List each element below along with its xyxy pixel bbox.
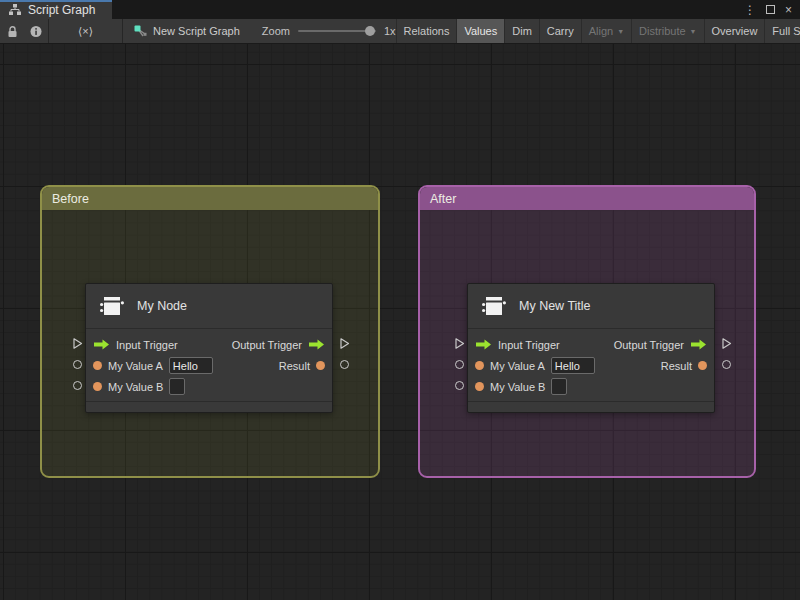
window-controls: ⋮ × <box>744 0 800 19</box>
close-icon[interactable]: × <box>785 4 792 16</box>
value-port-icon[interactable] <box>316 361 325 370</box>
port-label: My Value B <box>490 381 545 393</box>
ext-result-port[interactable] <box>722 360 731 369</box>
trigger-out-port-icon[interactable] <box>690 339 707 350</box>
zoom-slider-handle[interactable] <box>365 26 375 36</box>
port-label: Result <box>661 360 692 372</box>
code-view-button[interactable]: ⟨×⟩ <box>49 19 122 44</box>
value-port-icon[interactable] <box>93 382 102 391</box>
align-button[interactable]: Align ▼ <box>581 19 631 44</box>
node-footer <box>468 401 714 412</box>
value-b-input[interactable] <box>169 378 185 395</box>
port-label: My Value A <box>490 360 545 372</box>
port-label: My Value A <box>108 360 163 372</box>
carry-button[interactable]: Carry <box>539 19 581 44</box>
fullscreen-button[interactable]: Full Scr <box>764 19 800 44</box>
node-footer <box>86 401 332 412</box>
node-header[interactable]: My New Title <box>468 284 714 329</box>
values-button[interactable]: Values <box>456 19 504 44</box>
value-port-icon[interactable] <box>698 361 707 370</box>
port-row: Input Trigger Output Trigger <box>468 334 714 355</box>
dim-button[interactable]: Dim <box>504 19 539 44</box>
port-label: Output Trigger <box>614 339 684 351</box>
ext-input-trigger-port[interactable] <box>453 337 466 350</box>
zoom-label: Zoom <box>262 25 290 37</box>
relations-button[interactable]: Relations <box>396 19 457 44</box>
value-port-icon[interactable] <box>475 361 484 370</box>
trigger-in-port-icon[interactable] <box>93 339 110 350</box>
group-before-header[interactable]: Before <box>42 187 378 210</box>
tab-script-graph[interactable]: Script Graph <box>0 0 112 19</box>
zoom-slider[interactable] <box>298 30 376 32</box>
group-title: After <box>430 192 456 206</box>
port-label: My Value B <box>108 381 163 393</box>
port-row: My Value A Result <box>468 355 714 376</box>
toolbar-right-buttons: Relations Values Dim Carry Align ▼ Distr… <box>396 19 800 44</box>
graph-hierarchy-icon <box>8 3 22 16</box>
ext-value-a-port[interactable] <box>73 360 82 369</box>
ext-input-trigger-port[interactable] <box>71 337 84 350</box>
value-a-input[interactable] <box>551 357 595 374</box>
unit-icon <box>99 294 125 318</box>
node-body: Input Trigger Output Trigger My Value A … <box>86 329 332 401</box>
port-label: Output Trigger <box>232 339 302 351</box>
value-port-icon[interactable] <box>475 382 484 391</box>
unit-icon <box>481 294 507 318</box>
node-body: Input Trigger Output Trigger My Value A … <box>468 329 714 401</box>
port-row: My Value A Result <box>86 355 332 376</box>
active-tab-accent <box>0 0 112 2</box>
lock-button[interactable] <box>0 19 24 44</box>
toolbar: ⟨×⟩ New Script Graph Zoom 1x Relations V… <box>0 19 800 44</box>
port-label: Input Trigger <box>116 339 178 351</box>
trigger-in-port-icon[interactable] <box>475 339 492 350</box>
ext-value-a-port[interactable] <box>455 360 464 369</box>
group-after-header[interactable]: After <box>420 187 754 210</box>
overview-button[interactable]: Overview <box>704 19 765 44</box>
chevron-down-icon: ▼ <box>690 28 697 35</box>
value-a-input[interactable] <box>169 357 213 374</box>
unity-script-graph-window: Script Graph ⋮ × ⟨×⟩ <box>0 0 800 600</box>
info-icon <box>30 25 42 38</box>
graph-name-label: New Script Graph <box>153 25 240 37</box>
group-title: Before <box>52 192 89 206</box>
script-graph-icon <box>133 24 147 38</box>
ext-output-trigger-port[interactable] <box>338 337 351 350</box>
node-title: My Node <box>137 299 187 313</box>
graph-canvas[interactable]: Before After My Node <box>0 44 800 600</box>
menu-icon[interactable]: ⋮ <box>744 4 756 16</box>
ext-output-trigger-port[interactable] <box>720 337 733 350</box>
port-row: My Value B <box>468 376 714 397</box>
port-label: Result <box>279 360 310 372</box>
graph-name[interactable]: New Script Graph <box>123 24 248 38</box>
node-my-node[interactable]: My Node Input Trigger Output Trigger <box>85 283 333 413</box>
node-title: My New Title <box>519 299 591 313</box>
ext-result-port[interactable] <box>340 360 349 369</box>
chevron-down-icon: ▼ <box>617 28 624 35</box>
trigger-out-port-icon[interactable] <box>308 339 325 350</box>
lock-icon <box>7 25 18 38</box>
tab-bar: Script Graph ⋮ × <box>0 0 800 19</box>
value-b-input[interactable] <box>551 378 567 395</box>
node-my-new-title[interactable]: My New Title Input Trigger Output Trigge… <box>467 283 715 413</box>
node-header[interactable]: My Node <box>86 284 332 329</box>
port-row: My Value B <box>86 376 332 397</box>
ext-value-b-port[interactable] <box>455 381 464 390</box>
port-label: Input Trigger <box>498 339 560 351</box>
zoom-value: 1x <box>384 25 396 37</box>
value-port-icon[interactable] <box>93 361 102 370</box>
tab-title: Script Graph <box>28 3 95 17</box>
maximize-icon[interactable] <box>766 5 775 14</box>
zoom-control: Zoom 1x <box>262 25 396 37</box>
distribute-button[interactable]: Distribute ▼ <box>631 19 703 44</box>
ext-value-b-port[interactable] <box>73 381 82 390</box>
port-row: Input Trigger Output Trigger <box>86 334 332 355</box>
info-button[interactable] <box>24 19 48 44</box>
